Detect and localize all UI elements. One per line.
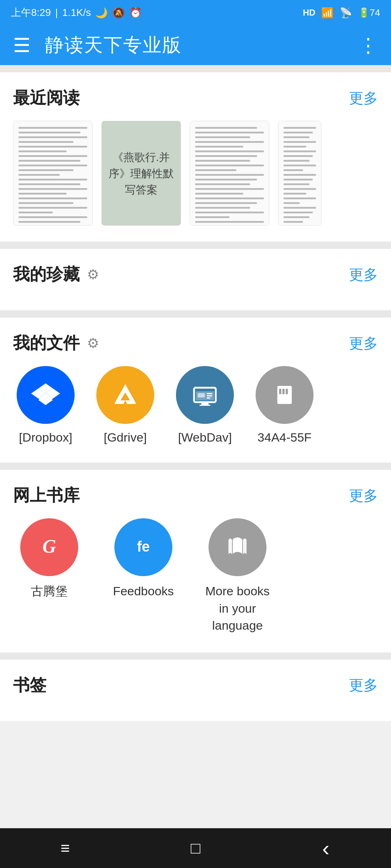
my-collection-section: 我的珍藏 ⚙ 更多 (0, 249, 391, 310)
my-files-header: 我的文件 ⚙ 更多 (13, 332, 378, 354)
svg-rect-15 (199, 405, 210, 406)
status-time: 上午8:29 (11, 6, 51, 20)
recent-reading-more[interactable]: 更多 (349, 88, 378, 108)
recent-books-list: 《燕歌行.并序》理解性默写答案 (13, 121, 378, 229)
webdav-icon (176, 366, 234, 424)
status-bar: 上午8:29 | 1.1K/s 🌙 🔕 ⏰ HD 📶 📡 🔋74 (0, 0, 391, 25)
list-item[interactable] (278, 121, 321, 226)
files-title-group: 我的文件 ⚙ (13, 332, 99, 354)
nav-menu-icon: ≡ (60, 839, 70, 857)
status-speed: 1.1K/s (62, 7, 91, 18)
sd-label: 34A4-55F (257, 430, 311, 444)
hamburger-menu-icon[interactable]: ☰ (13, 34, 30, 57)
status-left: 上午8:29 | 1.1K/s 🌙 🔕 ⏰ (11, 6, 142, 20)
bookmarks-title: 书签 (13, 674, 46, 697)
recent-reading-header: 最近阅读 更多 (13, 87, 378, 109)
hd-icon: HD (303, 8, 315, 18)
divider-4 (0, 652, 391, 660)
list-item[interactable] (190, 121, 269, 226)
my-collection-header: 我的珍藏 ⚙ 更多 (13, 263, 378, 286)
collection-title-group: 我的珍藏 ⚙ (13, 263, 99, 286)
sd-icon (256, 366, 314, 424)
morebooks-icon (209, 518, 266, 576)
gutenberg-label: 古腾堡 (31, 583, 68, 600)
files-gear-icon[interactable]: ⚙ (87, 335, 99, 351)
online-library-title: 网上书库 (13, 484, 80, 507)
divider-top (0, 65, 391, 72)
nav-back-button[interactable]: ‹ (308, 834, 344, 863)
svg-rect-18 (282, 389, 285, 394)
status-network: | (55, 7, 58, 18)
book-cover-text: 《燕歌行.并序》理解性默写答案 (102, 121, 181, 225)
battery-icon: 🔋74 (358, 7, 380, 18)
files-list: [Dropbox] [Gdrive] (13, 366, 378, 444)
recent-reading-title: 最近阅读 (13, 87, 80, 109)
feedbooks-label: Feedbooks (113, 583, 174, 600)
file-item-gdrive[interactable]: [Gdrive] (93, 366, 158, 444)
mute-icon: 🔕 (112, 7, 125, 19)
library-item-morebooks[interactable]: More books in your language (201, 518, 274, 634)
status-right: HD 📶 📡 🔋74 (303, 7, 380, 19)
svg-rect-14 (201, 403, 209, 405)
svg-marker-7 (125, 400, 136, 404)
svg-text:G: G (42, 536, 56, 557)
svg-marker-5 (116, 384, 134, 400)
my-files-section: 我的文件 ⚙ 更多 [Dropbox] (0, 318, 391, 463)
recent-reading-section: 最近阅读 更多 (0, 72, 391, 242)
divider-1 (0, 242, 391, 249)
file-item-sd[interactable]: 34A4-55F (252, 366, 317, 444)
collection-gear-icon[interactable]: ⚙ (87, 267, 99, 282)
online-library-header: 网上书库 更多 (13, 484, 378, 507)
feedbooks-icon: fe (114, 518, 172, 576)
my-files-more[interactable]: 更多 (349, 333, 378, 353)
my-files-title: 我的文件 (13, 332, 80, 354)
list-item[interactable] (13, 121, 93, 226)
my-collection-title: 我的珍藏 (13, 263, 80, 286)
svg-rect-11 (207, 393, 212, 394)
signal-icon: 📶 (321, 7, 334, 19)
nav-home-button[interactable]: □ (177, 834, 214, 863)
gdrive-label: [Gdrive] (104, 430, 147, 444)
svg-rect-17 (279, 389, 281, 394)
alarm-icon: ⏰ (129, 7, 142, 19)
library-item-gutenberg[interactable]: G 古腾堡 (13, 518, 85, 634)
nav-home-icon: □ (191, 839, 201, 857)
bottom-spacer (0, 721, 391, 793)
morebooks-label: More books in your language (201, 583, 274, 634)
bookmarks-more[interactable]: 更多 (349, 675, 378, 695)
divider-2 (0, 310, 391, 318)
bookmarks-header: 书签 更多 (13, 674, 378, 697)
online-library-section: 网上书库 更多 G 古腾堡 fe Feedbooks (0, 470, 391, 652)
divider-3 (0, 463, 391, 470)
my-collection-more[interactable]: 更多 (349, 265, 378, 285)
wifi-icon: 📡 (340, 7, 352, 19)
svg-marker-6 (114, 400, 125, 404)
dropbox-icon (17, 366, 75, 424)
navigation-bar: ≡ □ ‹ (0, 828, 391, 868)
svg-rect-19 (286, 389, 288, 394)
webdav-label: [WebDav] (178, 430, 232, 444)
nav-back-icon: ‹ (322, 836, 329, 861)
svg-rect-12 (207, 395, 212, 396)
file-item-webdav[interactable]: [WebDav] (172, 366, 237, 444)
nav-menu-button[interactable]: ≡ (47, 834, 83, 863)
app-title: 静读天下专业版 (45, 33, 358, 58)
moon-icon: 🌙 (95, 7, 108, 19)
svg-text:fe: fe (137, 539, 150, 554)
library-list: G 古腾堡 fe Feedbooks More books (13, 518, 378, 634)
file-item-dropbox[interactable]: [Dropbox] (13, 366, 78, 444)
list-item[interactable]: 《燕歌行.并序》理解性默写答案 (101, 121, 181, 226)
dropbox-label: [Dropbox] (19, 430, 72, 444)
svg-rect-10 (198, 393, 205, 397)
gdrive-icon (96, 366, 154, 424)
bookmarks-section: 书签 更多 (0, 660, 391, 721)
online-library-more[interactable]: 更多 (349, 486, 378, 506)
gutenberg-icon: G (20, 518, 78, 576)
svg-rect-13 (207, 397, 210, 399)
overflow-menu-icon[interactable]: ⋮ (358, 34, 378, 57)
app-header: ☰ 静读天下专业版 ⋮ (0, 25, 391, 65)
library-item-feedbooks[interactable]: fe Feedbooks (107, 518, 180, 634)
svg-rect-16 (277, 386, 292, 404)
